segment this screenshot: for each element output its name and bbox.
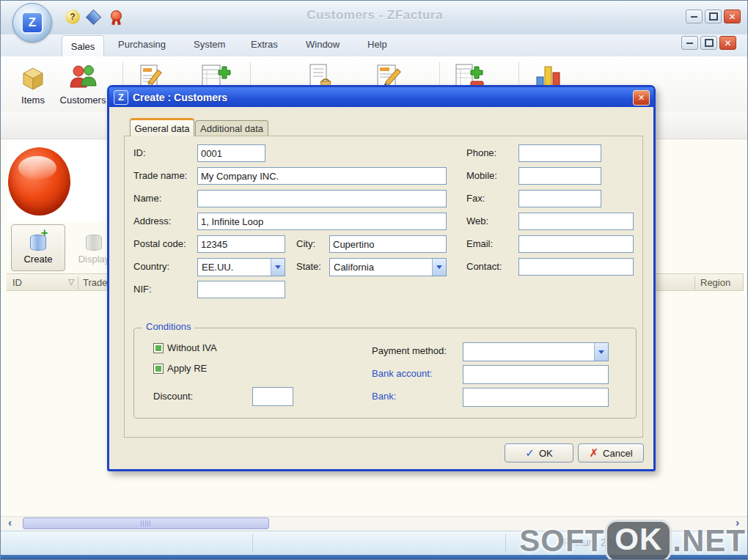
scrollbar-thumb[interactable] <box>23 517 269 529</box>
address-label: Address: <box>133 213 171 230</box>
dialog-z-icon: Z <box>114 90 128 105</box>
window-close-button[interactable]: ✕ <box>724 10 741 23</box>
toolbar-items-button[interactable]: Items <box>10 59 56 106</box>
menu-item-window[interactable]: Window <box>306 39 340 50</box>
help-icon[interactable]: ? <box>65 10 80 24</box>
payment-method-select[interactable] <box>463 342 609 361</box>
dialog-close-button[interactable]: ✕ <box>633 90 650 106</box>
toolbar-customers-label: Customers <box>59 95 106 106</box>
tab-additional-data[interactable]: Additional data <box>195 120 268 136</box>
apply-re-checkbox[interactable] <box>153 364 164 374</box>
menu-tab-sales[interactable]: Sales <box>62 35 104 57</box>
navigate-icon[interactable] <box>86 10 100 24</box>
apply-re-label: Apply RE <box>167 360 207 377</box>
city-label: City: <box>296 235 315 253</box>
mdi-restore-button[interactable] <box>700 36 717 50</box>
web-field[interactable] <box>518 213 634 230</box>
z-logo-icon: Z <box>21 12 43 34</box>
app-logo-orb[interactable]: Z <box>12 3 52 43</box>
phone-field[interactable] <box>518 144 601 162</box>
country-select[interactable]: EE.UU. <box>197 258 285 276</box>
bank-account-label: Bank account: <box>372 365 432 383</box>
postal-code-field[interactable] <box>197 235 285 253</box>
window-minimize-button[interactable] <box>686 10 703 23</box>
display-label: Display <box>78 254 110 265</box>
city-field[interactable] <box>329 235 447 253</box>
state-label: State: <box>296 258 321 276</box>
column-id[interactable]: ID <box>12 277 22 288</box>
sort-descending-icon[interactable]: ▽ <box>68 277 74 287</box>
cross-icon: ✗ <box>589 446 598 460</box>
toolbar-customers-button[interactable]: Customers <box>59 59 106 106</box>
scrollbar-grip <box>141 520 151 526</box>
id-field[interactable] <box>197 144 265 162</box>
red-orb-image <box>8 147 70 215</box>
display-cylinder-icon <box>84 232 103 252</box>
tab-general-data[interactable]: General data <box>130 118 194 136</box>
address-field[interactable] <box>197 213 447 230</box>
contact-field[interactable] <box>518 258 634 276</box>
email-label: Email: <box>466 235 493 253</box>
cancel-button[interactable]: ✗ Cancel <box>578 443 644 463</box>
menu-item-help[interactable]: Help <box>367 39 387 50</box>
id-label: ID: <box>133 144 146 162</box>
fax-label: Fax: <box>466 190 485 207</box>
create-cylinder-icon: + <box>29 232 48 252</box>
chevron-down-icon[interactable] <box>594 343 608 361</box>
without-iva-label: Without IVA <box>167 339 217 357</box>
scroll-left-button[interactable]: ‹ <box>4 517 16 529</box>
mobile-field[interactable] <box>518 167 601 185</box>
dialog-title-bar[interactable]: Z Create : Customers <box>109 87 653 107</box>
fax-field[interactable] <box>518 190 601 207</box>
name-label: Name: <box>133 190 161 207</box>
award-ribbon-icon[interactable] <box>109 10 123 24</box>
conditions-title: Conditions <box>142 321 194 332</box>
chevron-down-icon[interactable] <box>271 259 285 276</box>
customers-people-icon <box>59 59 106 93</box>
create-button[interactable]: + Create <box>11 224 65 271</box>
payment-method-label: Payment method: <box>372 342 447 360</box>
trade-name-field[interactable] <box>197 167 447 185</box>
trade-name-label: Trade name: <box>133 167 187 185</box>
create-label: Create <box>23 254 52 265</box>
menu-item-purchasing[interactable]: Purchasing <box>118 39 166 50</box>
menu-item-system[interactable]: System <box>194 39 225 50</box>
email-field[interactable] <box>518 235 634 253</box>
ok-button[interactable]: ✓ OK <box>505 443 573 463</box>
items-box-icon <box>10 59 56 93</box>
without-iva-checkbox[interactable] <box>153 343 164 353</box>
check-icon: ✓ <box>525 446 535 460</box>
bank-label: Bank: <box>372 388 396 405</box>
create-customers-dialog: Z Create : Customers ✕ General data Addi… <box>107 85 656 471</box>
discount-field[interactable] <box>252 387 293 406</box>
web-label: Web: <box>466 213 488 230</box>
toolbar-items-label: Items <box>10 95 56 106</box>
column-region[interactable]: Region <box>700 277 730 288</box>
discount-label: Discount: <box>153 388 193 405</box>
nif-label: NIF: <box>133 281 152 298</box>
country-label: Country: <box>133 258 169 276</box>
mdi-close-button[interactable]: ✕ <box>719 36 736 50</box>
window-maximize-button[interactable] <box>705 10 722 23</box>
name-field[interactable] <box>197 190 447 207</box>
contact-label: Contact: <box>466 258 502 276</box>
chevron-down-icon[interactable] <box>432 259 446 276</box>
postal-code-label: Postal code: <box>133 235 186 253</box>
soft-ok-net-watermark: SOFTOK.NET <box>519 520 746 560</box>
mdi-minimize-button[interactable] <box>681 36 698 50</box>
app-window: Customers - ZFactura Z ? ✕ Sales Purchas… <box>0 0 748 560</box>
state-select[interactable]: California <box>329 258 447 276</box>
mobile-label: Mobile: <box>466 167 497 185</box>
nif-field[interactable] <box>197 281 285 298</box>
menu-item-extras[interactable]: Extras <box>251 39 278 50</box>
bank-account-field[interactable] <box>463 365 609 384</box>
dialog-title: Create : Customers <box>133 92 227 103</box>
phone-label: Phone: <box>466 144 496 162</box>
bank-field[interactable] <box>463 388 609 407</box>
